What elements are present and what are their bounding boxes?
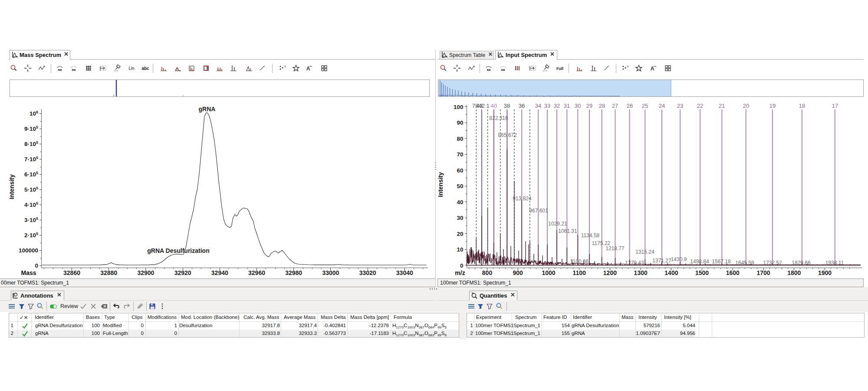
svg-text:20: 20 [743,103,749,109]
svg-text:40: 40 [457,199,463,205]
svg-text:33020: 33020 [359,269,376,276]
svg-text:17: 17 [832,103,838,109]
svg-text:x: x [284,65,286,68]
svg-text:20: 20 [457,231,463,237]
svg-text:0: 0 [35,262,38,269]
svg-text:34: 34 [535,103,541,109]
svg-text:m/z: m/z [455,269,465,276]
svg-text:1400: 1400 [664,269,678,276]
svg-text:5·105: 5·105 [24,186,38,193]
svg-text:31: 31 [564,103,570,109]
svg-text:967.601: 967.601 [529,208,548,214]
svg-text:38: 38 [504,103,510,109]
svg-text:24: 24 [659,103,665,109]
svg-text:2·105: 2·105 [24,232,38,239]
svg-text:1279.43: 1279.43 [625,260,644,266]
svg-text:100: 100 [454,104,464,110]
svg-text:Intensity: Intensity [437,172,444,197]
svg-text:gRNA: gRNA [199,106,216,113]
svg-text:29: 29 [586,103,592,109]
svg-text:1645.59: 1645.59 [735,260,754,266]
svg-text:0: 0 [460,262,464,269]
svg-text:Mass: Mass [21,269,36,276]
svg-text:1218.77: 1218.77 [605,245,625,252]
svg-text:1100: 1100 [573,269,586,276]
svg-text:25: 25 [642,103,648,109]
svg-text:19: 19 [769,103,776,109]
svg-text:18: 18 [799,103,805,109]
svg-text:32880: 32880 [100,269,117,276]
svg-text:4·105: 4·105 [24,201,38,208]
svg-text:6·105: 6·105 [24,171,38,178]
svg-text:40: 40 [491,103,497,109]
svg-text:42: 42 [479,103,485,109]
svg-text:Intensity: Intensity [8,174,15,199]
svg-text:x: x [627,65,629,68]
svg-text:1061.31: 1061.31 [558,228,577,234]
svg-text:aa: aa [58,68,62,72]
svg-text:9·105: 9·105 [24,125,38,132]
svg-text:32940: 32940 [211,269,228,276]
svg-text:90: 90 [457,119,463,126]
svg-text:33: 33 [544,103,550,109]
svg-text:36: 36 [519,103,525,109]
svg-text:33040: 33040 [396,269,413,276]
svg-text:3·105: 3·105 [24,216,38,223]
svg-text:27: 27 [612,103,618,109]
svg-text:1498.84: 1498.84 [690,258,709,265]
svg-text:32980: 32980 [285,269,302,276]
svg-text:1567.18: 1567.18 [712,258,731,265]
svg-text:32860: 32860 [63,269,80,276]
svg-text:1600: 1600 [726,269,740,276]
svg-text:106: 106 [30,110,38,117]
svg-text:32: 32 [554,103,560,109]
svg-text:21: 21 [719,103,725,109]
svg-text:1100.66: 1100.66 [570,258,589,265]
svg-text:1029.21: 1029.21 [548,221,567,227]
svg-text:32900: 32900 [137,269,154,276]
svg-text:60: 60 [457,167,463,174]
svg-text:aa: aa [487,68,491,72]
svg-text:23: 23 [677,103,683,109]
svg-text:28: 28 [599,103,605,109]
svg-text:1938.11: 1938.11 [825,260,844,266]
svg-text:80: 80 [457,136,463,142]
svg-text:70: 70 [457,151,463,158]
svg-text:aa: aa [501,68,505,72]
svg-text:1000: 1000 [542,269,555,276]
svg-text:1732.52: 1732.52 [763,260,782,266]
svg-text:32960: 32960 [248,269,265,276]
svg-text:gRNA Desulfurization: gRNA Desulfurization [147,247,209,254]
svg-text:33000: 33000 [322,269,339,276]
svg-text:1371.27: 1371.27 [652,258,671,264]
svg-text:100000: 100000 [19,247,38,254]
svg-text:1200: 1200 [603,269,617,276]
svg-text:8·105: 8·105 [24,140,38,147]
svg-text:1800: 1800 [787,269,801,276]
svg-text:abc: abc [141,66,149,71]
svg-text:900: 900 [513,269,523,276]
svg-text:865.672: 865.672 [498,132,517,138]
svg-text:1430.9: 1430.9 [671,256,687,262]
svg-text:32920: 32920 [174,269,191,276]
svg-text:10: 10 [457,246,463,253]
svg-text:26: 26 [627,103,633,109]
svg-text:800: 800 [482,269,493,276]
svg-text:1: 1 [486,103,489,109]
svg-text:Full: Full [556,66,563,71]
svg-text:7·105: 7·105 [24,156,38,162]
svg-text:aa: aa [72,68,76,72]
svg-text:30: 30 [575,103,581,109]
svg-text:50: 50 [457,183,463,189]
svg-text:1700: 1700 [757,269,770,276]
svg-text:1134.58: 1134.58 [581,232,600,239]
svg-text:822.316: 822.316 [489,115,508,121]
svg-text:22: 22 [697,103,703,109]
svg-text:913.824: 913.824 [513,196,532,202]
svg-text:1829.66: 1829.66 [792,260,811,266]
svg-text:1315.24: 1315.24 [635,249,654,255]
svg-text:Lin: Lin [128,66,134,71]
svg-text:1300: 1300 [634,269,648,276]
svg-text:30: 30 [457,215,463,221]
svg-text:1900: 1900 [818,269,832,276]
